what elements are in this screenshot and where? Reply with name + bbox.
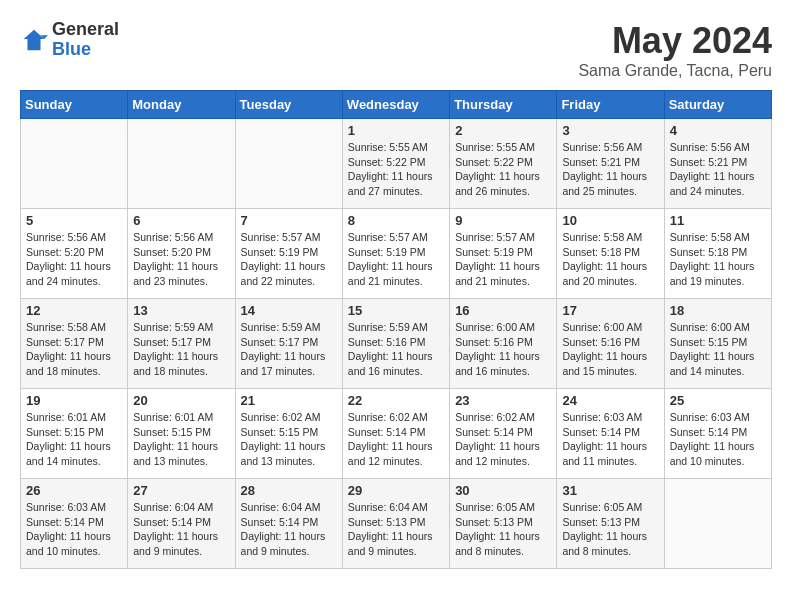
day-number: 18 [670, 303, 766, 318]
day-number: 11 [670, 213, 766, 228]
day-info: Sunrise: 5:57 AMSunset: 5:19 PMDaylight:… [455, 230, 551, 289]
calendar-cell: 1Sunrise: 5:55 AMSunset: 5:22 PMDaylight… [342, 119, 449, 209]
day-info: Sunrise: 5:55 AMSunset: 5:22 PMDaylight:… [455, 140, 551, 199]
col-sunday: Sunday [21, 91, 128, 119]
calendar-cell: 22Sunrise: 6:02 AMSunset: 5:14 PMDayligh… [342, 389, 449, 479]
day-number: 20 [133, 393, 229, 408]
col-saturday: Saturday [664, 91, 771, 119]
day-number: 27 [133, 483, 229, 498]
location: Sama Grande, Tacna, Peru [578, 62, 772, 80]
logo-icon [20, 26, 48, 54]
day-info: Sunrise: 6:00 AMSunset: 5:16 PMDaylight:… [562, 320, 658, 379]
day-number: 3 [562, 123, 658, 138]
calendar-cell: 20Sunrise: 6:01 AMSunset: 5:15 PMDayligh… [128, 389, 235, 479]
calendar-cell [128, 119, 235, 209]
calendar-cell: 7Sunrise: 5:57 AMSunset: 5:19 PMDaylight… [235, 209, 342, 299]
month-year: May 2024 [578, 20, 772, 62]
day-number: 23 [455, 393, 551, 408]
header-row: Sunday Monday Tuesday Wednesday Thursday… [21, 91, 772, 119]
col-monday: Monday [128, 91, 235, 119]
col-thursday: Thursday [450, 91, 557, 119]
calendar-cell: 11Sunrise: 5:58 AMSunset: 5:18 PMDayligh… [664, 209, 771, 299]
page-header: General Blue May 2024 Sama Grande, Tacna… [20, 20, 772, 80]
day-info: Sunrise: 6:02 AMSunset: 5:15 PMDaylight:… [241, 410, 337, 469]
title-section: May 2024 Sama Grande, Tacna, Peru [578, 20, 772, 80]
svg-marker-0 [24, 30, 45, 51]
day-info: Sunrise: 5:59 AMSunset: 5:16 PMDaylight:… [348, 320, 444, 379]
calendar-cell: 29Sunrise: 6:04 AMSunset: 5:13 PMDayligh… [342, 479, 449, 569]
calendar-week-4: 19Sunrise: 6:01 AMSunset: 5:15 PMDayligh… [21, 389, 772, 479]
calendar-week-2: 5Sunrise: 5:56 AMSunset: 5:20 PMDaylight… [21, 209, 772, 299]
day-number: 16 [455, 303, 551, 318]
calendar-cell [235, 119, 342, 209]
day-number: 14 [241, 303, 337, 318]
day-info: Sunrise: 5:56 AMSunset: 5:21 PMDaylight:… [670, 140, 766, 199]
calendar-cell: 31Sunrise: 6:05 AMSunset: 5:13 PMDayligh… [557, 479, 664, 569]
day-info: Sunrise: 5:59 AMSunset: 5:17 PMDaylight:… [133, 320, 229, 379]
calendar-cell: 9Sunrise: 5:57 AMSunset: 5:19 PMDaylight… [450, 209, 557, 299]
day-number: 15 [348, 303, 444, 318]
calendar-cell: 30Sunrise: 6:05 AMSunset: 5:13 PMDayligh… [450, 479, 557, 569]
day-number: 9 [455, 213, 551, 228]
day-number: 1 [348, 123, 444, 138]
logo-general: General [52, 20, 119, 40]
day-info: Sunrise: 5:55 AMSunset: 5:22 PMDaylight:… [348, 140, 444, 199]
calendar-cell: 24Sunrise: 6:03 AMSunset: 5:14 PMDayligh… [557, 389, 664, 479]
day-info: Sunrise: 6:03 AMSunset: 5:14 PMDaylight:… [562, 410, 658, 469]
day-info: Sunrise: 5:58 AMSunset: 5:17 PMDaylight:… [26, 320, 122, 379]
day-info: Sunrise: 6:00 AMSunset: 5:15 PMDaylight:… [670, 320, 766, 379]
day-number: 28 [241, 483, 337, 498]
day-info: Sunrise: 6:00 AMSunset: 5:16 PMDaylight:… [455, 320, 551, 379]
calendar-cell: 2Sunrise: 5:55 AMSunset: 5:22 PMDaylight… [450, 119, 557, 209]
day-number: 21 [241, 393, 337, 408]
calendar-cell: 13Sunrise: 5:59 AMSunset: 5:17 PMDayligh… [128, 299, 235, 389]
logo-text: General Blue [52, 20, 119, 60]
day-info: Sunrise: 6:02 AMSunset: 5:14 PMDaylight:… [455, 410, 551, 469]
day-number: 4 [670, 123, 766, 138]
day-number: 17 [562, 303, 658, 318]
calendar-cell: 19Sunrise: 6:01 AMSunset: 5:15 PMDayligh… [21, 389, 128, 479]
day-info: Sunrise: 6:01 AMSunset: 5:15 PMDaylight:… [133, 410, 229, 469]
col-tuesday: Tuesday [235, 91, 342, 119]
logo: General Blue [20, 20, 119, 60]
day-info: Sunrise: 5:56 AMSunset: 5:20 PMDaylight:… [133, 230, 229, 289]
calendar-header: Sunday Monday Tuesday Wednesday Thursday… [21, 91, 772, 119]
calendar-body: 1Sunrise: 5:55 AMSunset: 5:22 PMDaylight… [21, 119, 772, 569]
calendar-week-1: 1Sunrise: 5:55 AMSunset: 5:22 PMDaylight… [21, 119, 772, 209]
day-info: Sunrise: 6:05 AMSunset: 5:13 PMDaylight:… [562, 500, 658, 559]
calendar-cell: 14Sunrise: 5:59 AMSunset: 5:17 PMDayligh… [235, 299, 342, 389]
calendar-cell: 21Sunrise: 6:02 AMSunset: 5:15 PMDayligh… [235, 389, 342, 479]
col-friday: Friday [557, 91, 664, 119]
day-info: Sunrise: 5:57 AMSunset: 5:19 PMDaylight:… [348, 230, 444, 289]
calendar-cell: 17Sunrise: 6:00 AMSunset: 5:16 PMDayligh… [557, 299, 664, 389]
day-number: 24 [562, 393, 658, 408]
day-number: 13 [133, 303, 229, 318]
calendar-cell [21, 119, 128, 209]
day-number: 26 [26, 483, 122, 498]
calendar-cell: 28Sunrise: 6:04 AMSunset: 5:14 PMDayligh… [235, 479, 342, 569]
calendar-cell [664, 479, 771, 569]
day-info: Sunrise: 5:59 AMSunset: 5:17 PMDaylight:… [241, 320, 337, 379]
day-info: Sunrise: 6:03 AMSunset: 5:14 PMDaylight:… [670, 410, 766, 469]
day-info: Sunrise: 5:57 AMSunset: 5:19 PMDaylight:… [241, 230, 337, 289]
day-number: 5 [26, 213, 122, 228]
day-info: Sunrise: 5:58 AMSunset: 5:18 PMDaylight:… [562, 230, 658, 289]
day-number: 22 [348, 393, 444, 408]
day-info: Sunrise: 6:01 AMSunset: 5:15 PMDaylight:… [26, 410, 122, 469]
calendar-cell: 18Sunrise: 6:00 AMSunset: 5:15 PMDayligh… [664, 299, 771, 389]
day-number: 19 [26, 393, 122, 408]
day-info: Sunrise: 6:02 AMSunset: 5:14 PMDaylight:… [348, 410, 444, 469]
day-number: 29 [348, 483, 444, 498]
calendar-cell: 8Sunrise: 5:57 AMSunset: 5:19 PMDaylight… [342, 209, 449, 299]
calendar-cell: 5Sunrise: 5:56 AMSunset: 5:20 PMDaylight… [21, 209, 128, 299]
day-info: Sunrise: 5:56 AMSunset: 5:20 PMDaylight:… [26, 230, 122, 289]
calendar-cell: 27Sunrise: 6:04 AMSunset: 5:14 PMDayligh… [128, 479, 235, 569]
calendar-cell: 10Sunrise: 5:58 AMSunset: 5:18 PMDayligh… [557, 209, 664, 299]
day-info: Sunrise: 6:03 AMSunset: 5:14 PMDaylight:… [26, 500, 122, 559]
day-number: 31 [562, 483, 658, 498]
calendar-cell: 26Sunrise: 6:03 AMSunset: 5:14 PMDayligh… [21, 479, 128, 569]
calendar-cell: 3Sunrise: 5:56 AMSunset: 5:21 PMDaylight… [557, 119, 664, 209]
col-wednesday: Wednesday [342, 91, 449, 119]
day-info: Sunrise: 5:58 AMSunset: 5:18 PMDaylight:… [670, 230, 766, 289]
day-number: 6 [133, 213, 229, 228]
